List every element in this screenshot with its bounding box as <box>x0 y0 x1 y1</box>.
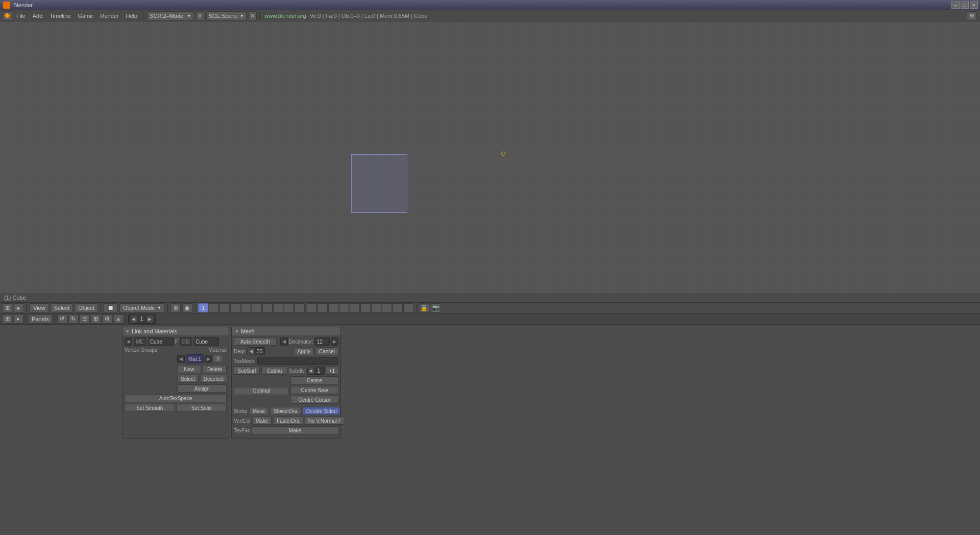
new-button[interactable]: New <box>177 365 201 373</box>
cancel-button[interactable]: Cancel <box>315 347 338 355</box>
mat-q-button[interactable]: ? <box>213 355 223 363</box>
layer-19-button[interactable] <box>393 303 403 312</box>
props-icon-6[interactable]: ≡ <box>113 314 124 324</box>
apply-button[interactable]: Apply <box>294 347 314 355</box>
sticky-make-button[interactable]: Make <box>249 407 268 415</box>
decimator-next[interactable]: ▶ <box>331 337 338 346</box>
layer-5-button[interactable] <box>241 303 251 312</box>
frame-next-button[interactable]: ▶ <box>147 315 153 323</box>
me-input[interactable] <box>148 337 174 346</box>
subdiv-render-value[interactable]: +1 <box>326 367 338 375</box>
fasterdraw-button[interactable]: FasterDra <box>273 417 303 425</box>
viewport-shade-1[interactable]: ⊕ <box>170 303 181 312</box>
centre-cursor-button[interactable]: Centre Cursor <box>290 396 338 404</box>
layer-10-button[interactable] <box>295 303 305 312</box>
fullscreen-button[interactable]: ⊞ <box>967 11 977 20</box>
layout-icon-button[interactable]: ⊞ <box>2 303 12 312</box>
layer-7-button[interactable] <box>262 303 273 312</box>
layer-13-button[interactable] <box>328 303 338 312</box>
panels-button[interactable]: Panels <box>28 314 53 324</box>
menu-help[interactable]: Help <box>123 12 141 20</box>
layer-18-button[interactable] <box>382 303 392 312</box>
menu-game[interactable]: Game <box>75 12 96 20</box>
props-icon-4[interactable]: ⊞ <box>91 314 101 324</box>
texmesh-input[interactable] <box>257 357 338 365</box>
props-icon-1[interactable]: ↺ <box>57 314 67 324</box>
arrow-icon-button[interactable]: ▸ <box>14 303 24 312</box>
screen-close-button[interactable]: ✕ <box>196 11 204 20</box>
subdiv-minus[interactable]: ◀ <box>308 367 314 374</box>
centre-button[interactable]: Centre <box>290 376 338 384</box>
maximize-button[interactable]: □ <box>961 2 969 9</box>
set-solid-button[interactable]: Set Solid <box>177 404 227 412</box>
viewport[interactable]: ✛ (1) Cube <box>0 21 980 302</box>
mode-selector[interactable]: Object Mode ▼ <box>119 303 165 312</box>
panel-collapse-triangle[interactable]: ▼ <box>126 329 130 334</box>
assign-button[interactable]: Assign <box>177 384 227 393</box>
optimal-button[interactable]: Optimal <box>234 387 289 395</box>
props-icon-2[interactable]: ↻ <box>68 314 79 324</box>
vertcol-make-button[interactable]: Make <box>252 417 272 425</box>
centre-new-button[interactable]: Centre New <box>290 386 338 394</box>
subdiv-stepper[interactable]: ◀ 1 <box>307 367 325 375</box>
double-sided-button[interactable]: Double Sided <box>303 407 340 415</box>
auto-smooth-button[interactable]: Auto Smooth <box>234 337 277 346</box>
scene-selector[interactable]: SCE:Scene ▼ <box>206 11 247 20</box>
lock-icon-button[interactable]: 🔒 <box>419 303 429 312</box>
autotexspace-button[interactable]: AutoTexSpace <box>125 394 227 402</box>
menu-timeline[interactable]: Timeline <box>46 12 74 20</box>
layer-1-button[interactable]: 1 <box>198 303 208 312</box>
layer-14-button[interactable] <box>339 303 349 312</box>
screen-selector[interactable]: SCR:2–Model ▼ <box>147 11 193 20</box>
minimize-button[interactable]: ─ <box>951 2 960 9</box>
blender-icon-button[interactable]: 🔶 <box>2 11 12 20</box>
viewport-shade-2[interactable]: ◉ <box>182 303 192 312</box>
slowerdraw-button[interactable]: SlowerDra <box>270 407 301 415</box>
layer-6-button[interactable] <box>252 303 262 312</box>
layer-3-button[interactable] <box>219 303 230 312</box>
layer-4-button[interactable] <box>230 303 240 312</box>
view-menu-button[interactable]: View <box>30 303 49 312</box>
close-button[interactable]: ✕ <box>970 2 978 9</box>
menu-add[interactable]: Add <box>30 12 46 20</box>
layer-12-button[interactable] <box>317 303 328 312</box>
degr-stepper[interactable]: ◀ 30 <box>248 347 265 355</box>
texfac-make-button[interactable]: Make <box>252 426 338 434</box>
mode-icon-button[interactable]: 🔲 <box>104 303 118 312</box>
frame-number-field[interactable]: ◀ 1 ▶ <box>128 314 156 324</box>
props-icon-5[interactable]: ⚙ <box>102 314 112 324</box>
layer-2-button[interactable] <box>209 303 219 312</box>
render-icon-button[interactable]: 📷 <box>431 303 441 312</box>
mesh-collapse-triangle[interactable]: ▼ <box>235 329 239 334</box>
layer-8-button[interactable] <box>273 303 283 312</box>
set-smooth-button[interactable]: Set Smooth <box>125 404 175 412</box>
layer-9-button[interactable] <box>284 303 294 312</box>
layer-15-button[interactable] <box>350 303 360 312</box>
delete-button[interactable]: Delete <box>203 365 227 373</box>
scene-close-button[interactable]: ✕ <box>249 11 257 20</box>
frame-prev-button[interactable]: ◀ <box>131 315 137 323</box>
mat-next-arrow[interactable]: ▶ <box>205 355 212 363</box>
menu-render[interactable]: Render <box>97 12 121 20</box>
layer-20-button[interactable] <box>403 303 413 312</box>
me-prev-arrow[interactable]: ◀ <box>127 339 130 344</box>
subsurf-button[interactable]: SubSurf <box>234 367 260 375</box>
select-button[interactable]: Select <box>177 375 199 383</box>
layer-16-button[interactable] <box>360 303 371 312</box>
catmu-button[interactable]: Catmu <box>261 367 287 375</box>
deselect-button[interactable]: Deselect <box>200 375 227 383</box>
decimator-input[interactable] <box>314 337 330 346</box>
props-layout-icon[interactable]: ⊞ <box>2 314 12 324</box>
props-arrow-icon[interactable]: ▸ <box>13 314 23 324</box>
me-stepper[interactable]: ◀ <box>125 337 132 346</box>
decimator-prev[interactable]: ◀ <box>280 337 288 346</box>
layer-11-button[interactable] <box>307 303 317 312</box>
no-vnormal-button[interactable]: No V.Normal F <box>305 417 345 425</box>
mat-stepper[interactable]: ◀ <box>177 355 185 363</box>
material-list-item[interactable]: Mat: 1 <box>186 354 204 363</box>
select-menu-button[interactable]: Select <box>51 303 74 312</box>
ob-input[interactable] <box>193 337 219 346</box>
menu-file[interactable]: File <box>13 12 29 20</box>
props-icon-3[interactable]: ⊟ <box>80 314 90 324</box>
mat-prev-arrow[interactable]: ◀ <box>179 356 183 361</box>
